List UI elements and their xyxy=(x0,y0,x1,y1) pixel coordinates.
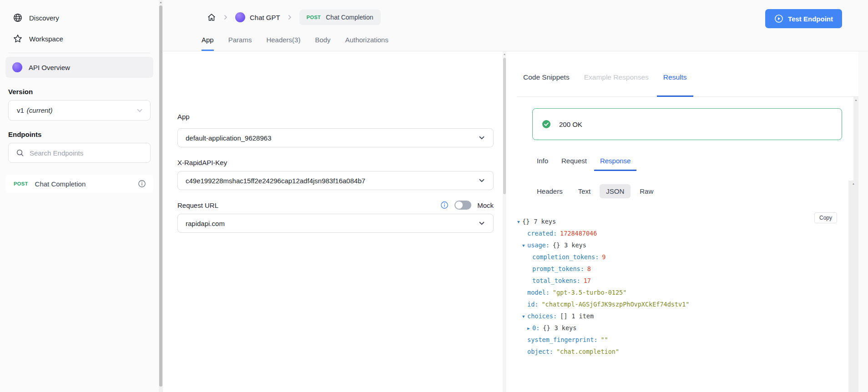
format-raw-button[interactable]: Raw xyxy=(633,184,660,198)
test-endpoint-label: Test Endpoint xyxy=(788,15,833,23)
chevron-down-icon xyxy=(478,176,486,185)
app-label: App xyxy=(177,113,190,121)
rapidapi-key-label: X-RapidAPI-Key xyxy=(177,159,227,166)
search-icon xyxy=(16,148,24,157)
tab-results[interactable]: Results xyxy=(657,73,693,97)
star-icon xyxy=(13,34,23,44)
rapidapi-key-value: c49e199228mshac15ff2e24296cap12adf4jsn98… xyxy=(186,177,365,185)
rapidapi-key-select[interactable]: c49e199228mshac15ff2e24296cap12adf4jsn98… xyxy=(177,171,494,190)
request-url-label: Request URL xyxy=(177,201,218,209)
results-scrollbar[interactable]: ▲ xyxy=(853,97,858,181)
response-format-buttons: Headers Text JSON Raw xyxy=(530,184,660,198)
breadcrumb-api[interactable]: Chat GPT xyxy=(235,12,280,22)
sidebar-endpoint-chat-completion[interactable]: POST Chat Completion xyxy=(5,175,153,193)
json-value: "" xyxy=(601,336,608,343)
json-collection-badge: {} xyxy=(522,218,530,225)
tree-toggle-icon[interactable]: ▼ xyxy=(522,311,527,322)
mock-controls: Mock xyxy=(440,201,494,210)
json-tree-line: ▶0:{}3 keys xyxy=(506,322,850,334)
format-text-button[interactable]: Text xyxy=(572,184,597,198)
json-tree-line: object:"chat.completion" xyxy=(506,346,850,357)
json-value: 17 xyxy=(584,277,591,284)
home-icon[interactable] xyxy=(207,13,216,22)
breadcrumb-api-name: Chat GPT xyxy=(250,14,280,21)
endpoint-tabs: App Params Headers(3) Body Authorization… xyxy=(202,36,389,51)
check-circle-icon xyxy=(542,120,551,129)
endpoint-header: Chat GPT POST Chat Completion Test Endpo… xyxy=(163,0,868,51)
json-scrollbar[interactable]: ▲ xyxy=(848,181,858,392)
tab-code-snippets[interactable]: Code Snippets xyxy=(517,73,576,97)
endpoint-search[interactable] xyxy=(8,143,151,163)
format-headers-button[interactable]: Headers xyxy=(530,184,569,198)
tree-toggle-icon[interactable]: ▶ xyxy=(527,322,532,334)
info-icon[interactable] xyxy=(138,180,146,188)
json-key: choices: xyxy=(527,312,557,320)
json-key: system_fingerprint: xyxy=(527,336,597,343)
results-tabs: Code Snippets Example Responses Results xyxy=(517,51,858,97)
tab-example-responses[interactable]: Example Responses xyxy=(578,73,655,97)
app-select[interactable]: default-application_9628963 xyxy=(177,128,494,147)
breadcrumb: Chat GPT POST Chat Completion xyxy=(207,9,381,25)
tab-app[interactable]: App xyxy=(202,36,214,51)
json-tree-line: id:"chatcmpl-AGSjGfJK9szpPhOvpXCkEf74dst… xyxy=(506,298,850,310)
mock-label: Mock xyxy=(477,201,494,209)
format-json-button[interactable]: JSON xyxy=(600,184,631,198)
scroll-up-icon[interactable]: ▲ xyxy=(159,1,163,4)
sidebar: Discovery Workspace API Overview Version… xyxy=(0,0,159,392)
sidebar-item-api-overview[interactable]: API Overview xyxy=(5,57,153,78)
globe-icon xyxy=(13,13,23,23)
breadcrumb-endpoint[interactable]: POST Chat Completion xyxy=(299,10,381,25)
request-url-select[interactable]: rapidapi.com xyxy=(177,214,494,233)
tree-toggle-icon[interactable]: ▼ xyxy=(517,216,522,228)
chevron-down-icon xyxy=(478,219,486,227)
tab-request[interactable]: Request xyxy=(555,155,593,171)
json-tree-line: created:1728487046 xyxy=(506,227,850,239)
tab-info[interactable]: Info xyxy=(531,155,554,171)
json-value: "gpt-3.5-turbo-0125" xyxy=(553,289,627,296)
tab-authorizations[interactable]: Authorizations xyxy=(345,36,389,51)
json-collection-badge: {} xyxy=(553,241,560,249)
json-key: completion_tokens: xyxy=(532,253,599,261)
endpoints-label: Endpoints xyxy=(8,131,159,138)
json-key: 0: xyxy=(532,324,540,332)
method-badge: POST xyxy=(307,15,321,20)
tab-body[interactable]: Body xyxy=(315,36,330,51)
chevron-right-icon xyxy=(287,14,293,20)
scroll-up-icon[interactable]: ▲ xyxy=(848,182,858,185)
sidebar-item-workspace[interactable]: Workspace xyxy=(0,28,159,49)
scrollbar-thumb[interactable] xyxy=(159,5,162,387)
form-scrollbar[interactable]: ▲ xyxy=(503,51,506,392)
search-endpoints-input[interactable] xyxy=(30,149,144,157)
sidebar-item-label: Workspace xyxy=(29,35,63,43)
tree-toggle-icon[interactable]: ▼ xyxy=(522,240,527,251)
breadcrumb-endpoint-name: Chat Completion xyxy=(326,14,373,21)
sidebar-item-discovery[interactable]: Discovery xyxy=(0,7,159,28)
tab-headers[interactable]: Headers(3) xyxy=(266,36,300,51)
request-url-row: Request URL Mock xyxy=(177,201,494,210)
endpoint-name: Chat Completion xyxy=(35,180,138,188)
json-tree-line: ▼{}7 keys xyxy=(506,216,850,227)
json-tree-line: total_tokens:17 xyxy=(506,275,850,286)
results-panel: Code Snippets Example Responses Results … xyxy=(506,51,868,392)
scroll-up-icon[interactable]: ▲ xyxy=(503,53,506,55)
page-scrollbar[interactable]: ▲ xyxy=(159,0,163,392)
scroll-up-icon[interactable]: ▲ xyxy=(853,99,858,101)
json-key: object: xyxy=(527,348,553,355)
api-overview-label: API Overview xyxy=(29,64,70,71)
test-endpoint-button[interactable]: Test Endpoint xyxy=(765,9,842,28)
tab-params[interactable]: Params xyxy=(228,36,252,51)
json-value: 8 xyxy=(587,265,591,272)
version-label: Version xyxy=(8,88,159,95)
result-detail-tabs: Info Request Response xyxy=(531,155,636,171)
info-icon[interactable] xyxy=(440,201,449,209)
request-form-panel: App default-application_9628963 X-RapidA… xyxy=(163,51,503,392)
json-key: total_tokens: xyxy=(532,277,580,284)
scrollbar-thumb[interactable] xyxy=(503,58,506,194)
tab-response[interactable]: Response xyxy=(594,155,637,171)
app-root: Discovery Workspace API Overview Version… xyxy=(0,0,868,392)
version-select[interactable]: v1(current) xyxy=(8,100,151,121)
mock-toggle[interactable] xyxy=(454,201,471,210)
request-url-value: rapidapi.com xyxy=(186,220,225,227)
sidebar-item-label: Discovery xyxy=(29,14,59,22)
panel-right-gutter xyxy=(858,51,868,392)
